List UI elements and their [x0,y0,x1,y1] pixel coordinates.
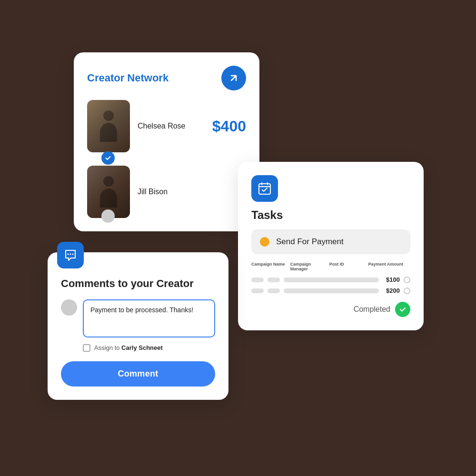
arrow-up-right-icon [228,72,239,84]
col-payment-amount: Payment Amount [368,262,410,271]
calendar-check-icon [258,181,272,196]
campaign-name-bar [251,288,264,293]
assign-text: Assign to Carly Schneet [94,344,163,351]
assign-name: Carly Schneet [121,344,163,351]
comments-icon-wrapper [57,242,84,268]
list-item: Jill Bison [87,166,246,218]
status-dot-pending [260,237,269,247]
post-id-bar [284,278,379,282]
comments-input-area: Payment to be processed. Thanks! [61,299,215,337]
list-item: Chelsea Rose $400 [87,100,246,160]
send-payment-row[interactable]: Send For Payment [251,229,410,254]
payment-radio[interactable] [404,277,410,283]
check-circle-selected [101,151,115,165]
tasks-title: Tasks [251,208,410,222]
completed-check-icon [395,302,410,317]
creator-list: Chelsea Rose $400 Jill Bison [87,100,246,218]
creator-network-card: Creator Network Chelsea Rose $400 [74,52,259,231]
assign-checkbox[interactable] [83,344,90,352]
comments-title: Comments to your Creator [61,277,215,291]
avatar [61,299,77,316]
creator-amount: $400 [212,118,246,135]
navigate-button[interactable] [221,66,246,90]
comments-card: Comments to your Creator Payment to be p… [48,252,228,400]
payment-amount: $100 [383,276,400,283]
check-icon [399,306,407,313]
chat-bubble-icon [64,248,77,262]
campaign-name-bar [251,278,264,282]
payment-table: Campaign Name Campaign Manager Post ID P… [251,262,410,294]
payment-amount: $200 [383,287,400,294]
col-post-id: Post ID [329,262,365,271]
table-row: $200 [251,287,410,294]
completed-label: Completed [354,305,390,314]
assign-label: Assign to [94,344,119,351]
col-campaign-manager: Campaign Manager [290,262,326,271]
creator-photo-chelsea [87,100,130,152]
post-id-bar [284,288,379,293]
svg-point-2 [70,254,71,255]
assign-row: Assign to Carly Schneet [83,344,215,352]
table-header: Campaign Name Campaign Manager Post ID P… [251,262,410,271]
col-campaign-name: Campaign Name [251,262,287,271]
checkmark-icon [105,155,111,161]
campaign-manager-bar [268,278,280,282]
creator-name: Jill Bison [138,188,246,196]
svg-point-3 [72,254,74,255]
creator-network-header: Creator Network [87,66,246,90]
completed-row: Completed [251,302,410,317]
svg-point-1 [68,254,69,255]
payment-radio[interactable] [404,288,410,294]
comment-textarea[interactable]: Payment to be processed. Thanks! [83,299,215,337]
campaign-manager-bar [268,288,280,293]
tasks-icon-wrapper [251,175,278,202]
table-row: $100 [251,276,410,283]
check-circle-unselected [101,209,115,223]
creator-network-title: Creator Network [87,72,169,84]
send-payment-label: Send For Payment [276,237,344,247]
comment-button[interactable]: Comment [61,361,215,387]
svg-rect-0 [259,184,270,194]
tasks-card: Tasks Send For Payment Campaign Name Cam… [238,162,424,330]
creator-name: Chelsea Rose [138,122,205,130]
